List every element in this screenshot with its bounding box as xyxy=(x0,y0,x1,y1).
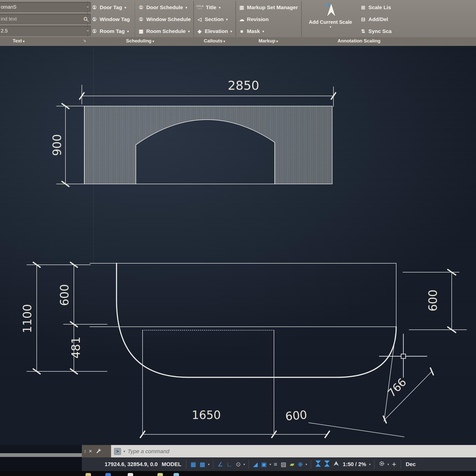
add-current-scale-label: Add Current Scale xyxy=(308,19,353,25)
isometric-drafting-toggle[interactable]: ◢ xyxy=(253,461,258,468)
chevron-down-icon[interactable]: ▾ xyxy=(188,30,190,33)
snap-mode-toggle[interactable]: ▩ xyxy=(200,461,205,468)
section-button[interactable]: ◁ Section ▾ xyxy=(196,14,228,24)
crosshair-cursor[interactable] xyxy=(379,334,427,377)
dim-text-600-bottom: 600 xyxy=(285,408,308,423)
panel-label-callouts[interactable]: Callouts▾ xyxy=(204,38,225,44)
annotation-visibility-toggle[interactable]: ⊕ xyxy=(298,461,303,468)
chevron-down-icon[interactable]: ▾ xyxy=(387,463,389,466)
chevron-down-icon[interactable]: ▾ xyxy=(263,30,264,33)
elevation-label: Elevation xyxy=(205,28,228,34)
panel-label-markup[interactable]: Markup▾ xyxy=(259,38,278,44)
chevron-down-icon[interactable]: ▾ xyxy=(127,30,129,33)
annotation-scale-icon[interactable] xyxy=(333,461,339,468)
arc-tracking-toggle[interactable]: ⊙ xyxy=(236,461,241,468)
status-bar: 17924.6, 32854.9, 0.0 MODEL ▦ ▩ ▾ ∠ ∟ ⊙ … xyxy=(82,457,476,471)
chevron-down-icon[interactable]: ▾ xyxy=(243,463,245,466)
scale-list-button[interactable]: ⊞ Scale Lis xyxy=(360,2,391,12)
command-prompt-icon: > xyxy=(114,448,121,455)
add-delete-scales-button[interactable]: ⊟ Add/Del xyxy=(360,14,388,24)
chevron-down-icon[interactable]: ▾ xyxy=(185,6,187,9)
model-space-viewport[interactable]: 2850 900 xyxy=(0,46,476,445)
chevron-down-icon[interactable]: ▾ xyxy=(123,449,125,453)
chevron-down-icon[interactable]: ▾ xyxy=(306,463,307,466)
add-delete-scales-label: Add/Del xyxy=(368,16,388,22)
close-icon[interactable]: × xyxy=(89,448,92,454)
chevron-down-icon[interactable]: ▾ xyxy=(219,6,221,9)
annotation-monitor-icon[interactable] xyxy=(315,460,321,468)
door-schedule-button[interactable]: ① Door Schedule ▾ xyxy=(138,2,187,12)
add-delete-scales-icon: ⊟ xyxy=(360,16,366,22)
elevation-button[interactable]: ◈ Elevation ▾ xyxy=(196,26,232,36)
revision-cloud-icon: ☁ xyxy=(238,16,245,22)
os-taskbar xyxy=(0,471,476,476)
section-mark-icon: ◁ xyxy=(196,16,203,22)
font-style-combo[interactable]: omanS ▾ xyxy=(0,2,91,12)
text-height-combo[interactable]: 2.5 ▾ xyxy=(0,26,91,36)
customize-wrench-icon[interactable] xyxy=(95,448,101,454)
dim-text-600-left: 600 xyxy=(58,284,71,306)
room-schedule-label: Room Schedule xyxy=(146,28,186,34)
cad-drawing: 2850 900 xyxy=(0,46,476,445)
window-schedule-button[interactable]: ① Window Schedule xyxy=(138,14,191,24)
selection-cycling-toggle[interactable]: ≡ xyxy=(274,461,277,468)
door-schedule-icon: ① xyxy=(138,4,144,10)
title-icon: TITLE----- xyxy=(196,5,204,10)
chevron-down-icon[interactable]: ▾ xyxy=(226,18,228,21)
window-tag-button[interactable]: ① Window Tag xyxy=(91,14,130,24)
panel-label-text[interactable]: Text▾ xyxy=(13,38,25,44)
revision-button[interactable]: ☁ Revision xyxy=(238,14,269,24)
taskbar-app-icon[interactable] xyxy=(174,473,179,476)
mask-button[interactable]: ■ Mask ▾ xyxy=(238,26,264,36)
annotation-monitor-icon[interactable] xyxy=(324,460,330,468)
status-divider xyxy=(401,460,401,469)
title-button[interactable]: TITLE----- Title ▾ xyxy=(196,2,220,12)
annotation-scale-value[interactable]: 1:50 / 2% xyxy=(343,461,366,468)
find-text-input[interactable]: ind text xyxy=(0,14,91,24)
chevron-down-icon[interactable]: ▾ xyxy=(125,6,126,9)
ribbon: omanS ▾ ind text 2.5 ▾ ① Door Tag ▾ ① Wi… xyxy=(0,0,476,46)
model-space-toggle[interactable]: MODEL xyxy=(162,461,181,468)
room-tag-button[interactable]: ① Room Tag ▾ xyxy=(91,26,129,36)
taskbar-app-icon[interactable] xyxy=(128,473,133,476)
taskbar-app-icon[interactable] xyxy=(157,473,163,476)
search-icon[interactable] xyxy=(83,16,89,25)
polar-tracking-toggle[interactable]: ∠ xyxy=(218,461,223,468)
customization-plus-button[interactable]: + xyxy=(392,460,396,469)
grip-handle-icon[interactable]: ⁞⁞ xyxy=(84,449,85,453)
chevron-down-icon[interactable]: ▾ xyxy=(269,463,271,466)
grid-display-toggle[interactable]: ▦ xyxy=(191,461,196,468)
door-schedule-label: Door Schedule xyxy=(146,4,183,10)
status-divider xyxy=(248,460,249,469)
ortho-mode-toggle[interactable]: ∟ xyxy=(226,461,232,468)
mask-label: Mask xyxy=(247,28,260,34)
command-input-placeholder[interactable]: Type a command xyxy=(128,448,169,455)
sync-scale-positions-label: Sync Sca xyxy=(368,28,391,34)
chevron-down-icon[interactable]: ▾ xyxy=(230,30,232,33)
dialog-launcher-icon[interactable]: ↘ xyxy=(83,38,86,43)
object-snap-toggle[interactable]: ▣ xyxy=(261,461,267,468)
room-schedule-button[interactable]: ▦ Room Schedule ▾ xyxy=(138,26,190,36)
sync-scale-positions-button[interactable]: ⇅ Sync Sca xyxy=(360,26,391,36)
workspace-gear-icon[interactable] xyxy=(379,461,385,468)
dim-text-elevation-height: 900 xyxy=(50,134,64,156)
transparency-toggle[interactable]: ▨ xyxy=(281,461,286,468)
command-window-grip[interactable]: ⁞⁞ × xyxy=(82,445,111,457)
panel-label-scheduling[interactable]: Scheduling▾ xyxy=(126,38,154,44)
command-input-bar[interactable]: > ▾ Type a command xyxy=(111,445,476,457)
layout-strip xyxy=(0,453,83,457)
lineweight-toggle[interactable]: ▰ xyxy=(290,461,294,468)
status-divider xyxy=(186,460,186,469)
markup-set-manager-button[interactable]: ▥ Markup Set Manager xyxy=(238,2,298,12)
chevron-down-icon[interactable]: ▾ xyxy=(308,25,353,29)
taskbar-app-icon[interactable] xyxy=(86,473,91,476)
chevron-down-icon[interactable]: ▾ xyxy=(369,463,371,466)
taskbar-app-icon[interactable] xyxy=(105,473,111,476)
window-schedule-icon: ① xyxy=(138,16,144,22)
sync-scales-icon: ⇅ xyxy=(360,28,366,34)
chevron-down-icon[interactable]: ▾ xyxy=(208,463,209,466)
add-current-scale-button[interactable]: + Add Current Scale ▾ xyxy=(308,1,353,36)
command-line-row: ⁞⁞ × > ▾ Type a command xyxy=(0,445,476,457)
svg-text:+: + xyxy=(325,1,331,8)
door-tag-button[interactable]: ① Door Tag ▾ xyxy=(91,2,126,12)
